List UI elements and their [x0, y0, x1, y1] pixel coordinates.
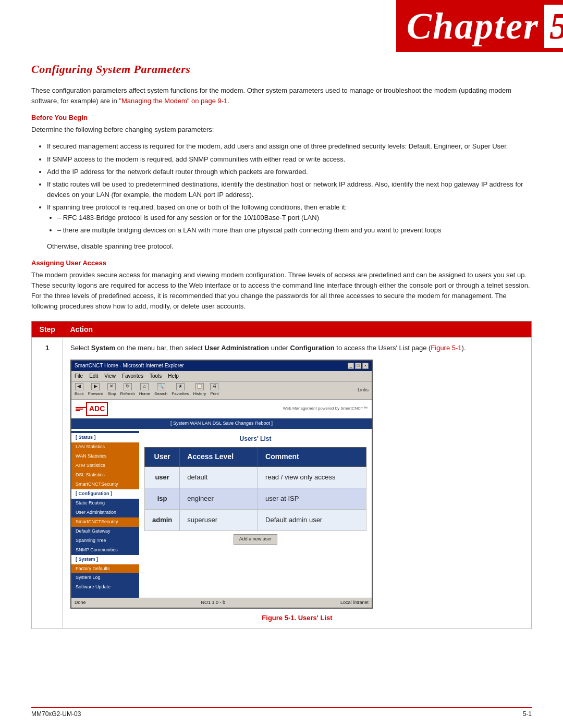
statusbar-done: Done — [75, 599, 86, 607]
logo-adc: ADC — [86, 402, 108, 416]
toolbar-print[interactable]: 🖨 Print — [210, 383, 218, 397]
nav-dsl-stats[interactable]: DSL Statistics — [71, 471, 139, 480]
intro-paragraph: These configuration parameters affect sy… — [31, 85, 532, 106]
page-footer: MM70xG2-UM-03 5-1 — [31, 707, 532, 718]
sub-list: RFC 1483-Bridge protocol is used for any… — [57, 213, 532, 236]
ss-col-user: User — [145, 448, 180, 467]
screenshot-figure: SmartCNCT Home - Microsoft Internet Expl… — [70, 360, 373, 609]
statusbar-zone: Local intranet — [340, 599, 369, 607]
list-item: If SNMP access to the modem is required,… — [47, 154, 532, 165]
nav-atm-stats[interactable]: ATM Statistics — [71, 461, 139, 471]
nav-smartcnct-security2[interactable]: SmartCNCTSecurity — [71, 517, 139, 527]
list-item: If spanning tree protocol is required, b… — [47, 202, 532, 236]
nav-smartcnct-security[interactable]: SmartCNCTSecurity — [71, 480, 139, 489]
toolbar-refresh[interactable]: ↻ Refresh — [120, 383, 135, 397]
ss-col-access: Access Level — [180, 448, 258, 467]
users-list-table: User Access Level Comment user d — [144, 447, 366, 531]
nav-system[interactable]: [ System ] — [71, 555, 139, 564]
nav-snmp-communities[interactable]: SNMP Communities — [71, 546, 139, 555]
assigning-user-access-body: The modem provides secure access for man… — [31, 270, 532, 312]
screenshot-menubar: File Edit View Favorites Tools Help — [71, 371, 372, 382]
ss-access-2: engineer — [180, 488, 258, 509]
menu-favorites[interactable]: Favorites — [122, 372, 143, 380]
ss-table-row: isp engineer user at ISP — [145, 488, 366, 509]
screenshot-statusbar: Done NO1 1 0 - b Local intranet — [71, 598, 372, 608]
screenshot-top-nav[interactable]: [ System WAN LAN DSL Save Changes Reboot… — [71, 418, 372, 429]
logo-decoration — [76, 407, 86, 411]
footer-right: 5-1 — [523, 710, 532, 718]
before-you-begin-lead: Determine the following before changing … — [31, 125, 532, 135]
ss-user-3: admin — [145, 509, 180, 530]
screenshot-sidebar: [ Status ] LAN Statistics WAN Statistics… — [71, 431, 139, 598]
otherwise-text: Otherwise, disable spanning tree protoco… — [47, 241, 532, 252]
step-number: 1 — [32, 338, 63, 629]
toolbar-back[interactable]: ◀ Back — [75, 383, 84, 397]
add-new-user-button[interactable]: Add a new user — [234, 534, 278, 545]
statusbar-address: NO1 1 0 - b — [201, 599, 225, 607]
ss-col-comment: Comment — [258, 448, 366, 467]
intro-link: "Managing the Modem" on page 9-1 — [119, 97, 227, 105]
add-user-area: Add a new user — [144, 534, 366, 545]
ss-table-row: admin superuser Default admin user — [145, 509, 366, 530]
chapter-label: Chapter — [407, 5, 539, 48]
nav-spanning-tree[interactable]: Spanning Tree — [71, 536, 139, 546]
screenshot-titlebar: SmartCNCT Home - Microsoft Internet Expl… — [71, 361, 372, 371]
step-action: Select System on the menu bar, then sele… — [63, 338, 532, 629]
content-title: Users' List — [144, 434, 366, 444]
toolbar-home[interactable]: ⌂ Home — [139, 383, 150, 397]
logo-branding: Web Management powered by SmartCNCT™ — [283, 405, 368, 412]
sub-list-item: RFC 1483-Bridge protocol is used for any… — [57, 213, 532, 223]
section-title: Configuring System Parameters — [31, 63, 532, 76]
list-item: If secured management access is required… — [47, 141, 532, 152]
chapter-header: Chapter 5 — [396, 0, 563, 52]
chapter-number: 5 — [544, 5, 563, 48]
ss-user-2: isp — [145, 488, 180, 509]
menu-help[interactable]: Help — [168, 372, 179, 380]
nav-software-update[interactable]: Software Update — [71, 583, 139, 592]
nav-user-admin[interactable]: User Administration — [71, 508, 139, 517]
nav-static-routing[interactable]: Static Routing — [71, 499, 139, 508]
toolbar-forward[interactable]: ▶ Forward — [88, 383, 103, 397]
figure-caption: Figure 5-1. Users' List — [70, 613, 524, 623]
ss-user-1: user — [145, 466, 180, 488]
menu-view[interactable]: View — [104, 372, 116, 380]
table-row: 1 Select System on the menu bar, then se… — [32, 338, 532, 629]
nav-default-gateway[interactable]: Default Gateway — [71, 527, 139, 536]
ss-access-3: superuser — [180, 509, 258, 530]
nav-system-log[interactable]: System Log — [71, 573, 139, 583]
screenshot-main: [ Status ] LAN Statistics WAN Statistics… — [71, 431, 372, 598]
menu-file[interactable]: File — [75, 372, 83, 380]
toolbar-favorites[interactable]: ★ Favorites — [172, 383, 189, 397]
ss-comment-1: read / view only access — [258, 466, 366, 488]
toolbar-stop[interactable]: ✕ Stop — [107, 383, 116, 397]
maximize-button[interactable]: □ — [355, 363, 361, 369]
toolbar-search[interactable]: 🔍 Search — [154, 383, 167, 397]
ss-comment-3: Default admin user — [258, 509, 366, 530]
toolbar-links: Links — [358, 387, 369, 394]
ss-access-1: default — [180, 466, 258, 488]
nav-status[interactable]: [ Status ] — [71, 433, 139, 442]
nav-configuration[interactable]: [ Configuration ] — [71, 489, 139, 499]
menu-tools[interactable]: Tools — [150, 372, 162, 380]
menu-edit[interactable]: Edit — [89, 372, 98, 380]
minimize-button[interactable]: _ — [348, 363, 354, 369]
before-you-begin-list: If secured management access is required… — [47, 141, 532, 236]
nav-lan-stats[interactable]: LAN Statistics — [71, 442, 139, 452]
ss-comment-2: user at ISP — [258, 488, 366, 509]
list-item: Add the IP address for the network defau… — [47, 167, 532, 177]
col-step: Step — [32, 322, 63, 338]
screenshot-window-buttons: _ □ × — [348, 363, 369, 369]
sub-list-item: there are multiple bridging devices on a… — [57, 225, 532, 236]
ss-table-row: user default read / view only access — [145, 466, 366, 488]
assigning-user-access-heading: Assigning User Access — [31, 259, 532, 267]
toolbar-history[interactable]: 📋 History — [193, 383, 206, 397]
footer-left: MM70xG2-UM-03 — [31, 710, 81, 718]
step-action-table: Step Action 1 Select System on the menu … — [31, 321, 532, 629]
screenshot-toolbar: ◀ Back ▶ Forward ✕ Stop — [71, 381, 372, 399]
screenshot-content: Users' List User Access Level Comment — [139, 431, 372, 598]
close-button[interactable]: × — [362, 363, 369, 369]
col-action: Action — [63, 322, 532, 338]
list-item: If static routes will be used to predete… — [47, 179, 532, 200]
nav-factory-defaults[interactable]: Factory Defaults — [71, 564, 139, 574]
nav-wan-stats[interactable]: WAN Statistics — [71, 452, 139, 461]
